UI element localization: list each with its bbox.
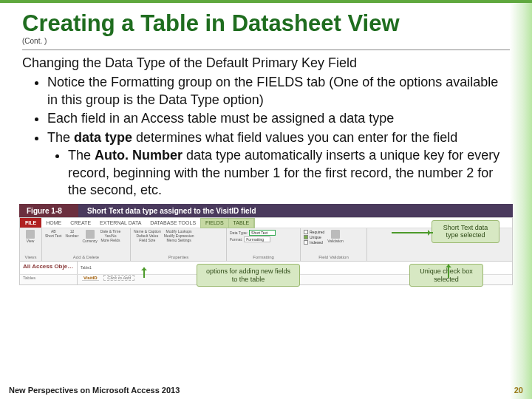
checkbox-icon bbox=[304, 230, 308, 234]
content-area: Changing the Data Type of the Default Pr… bbox=[0, 55, 532, 200]
callout-add-fields: options for adding new fields to the tab… bbox=[197, 264, 300, 287]
bullet-3: The data type determines what field valu… bbox=[47, 129, 510, 200]
short-text-label: Short Text bbox=[45, 234, 61, 238]
arrow-icon bbox=[392, 232, 433, 233]
nav-pane-title: All Access Obje… bbox=[20, 262, 78, 274]
add-delete-stack: Date & Time Yes/No More Fields bbox=[100, 230, 121, 242]
checkbox-checked-icon bbox=[304, 235, 308, 239]
click-to-add-column: Click to Add bbox=[103, 275, 134, 281]
group-properties: Name & Caption Default Value Field Size … bbox=[131, 228, 227, 261]
memo-settings-label: Memo Settings bbox=[164, 239, 194, 242]
formatting-group-label: Formatting bbox=[230, 255, 297, 259]
figure: Figure 1-8 Short Text data type assigned… bbox=[19, 204, 513, 285]
group-add-delete: ABShort Text 12Number Currency Date & Ti… bbox=[42, 228, 131, 261]
sub-bullet-1: The Auto. Number data type automatically… bbox=[68, 147, 510, 200]
unique-check: Unique bbox=[304, 235, 324, 239]
add-delete-group-label: Add & Delete bbox=[45, 255, 127, 259]
table-tools: FIELDS TABLE bbox=[200, 218, 255, 228]
short-text-button: ABShort Text bbox=[45, 230, 61, 238]
data-type-label: Data Type: bbox=[230, 231, 248, 235]
visitid-column: VisitID bbox=[82, 276, 99, 281]
number-button: 12Number bbox=[64, 230, 79, 238]
arrow-icon bbox=[143, 267, 145, 278]
tab-external: EXTERNAL DATA bbox=[95, 220, 146, 225]
section-subhead: Changing the Data Type of the Default Pr… bbox=[22, 55, 510, 72]
props-stack-2: Modify Lookups Modify Expression Memo Se… bbox=[164, 230, 194, 242]
figure-banner: Figure 1-8 Short Text data type assigned… bbox=[19, 204, 513, 217]
title-rule bbox=[22, 50, 510, 50]
tab-file: FILE bbox=[20, 218, 41, 228]
sub-bullet-list: The Auto. Number data type automatically… bbox=[47, 147, 510, 200]
tab-create: CREATE bbox=[66, 220, 95, 225]
figure-caption: Short Text data type assigned to the Vis… bbox=[78, 204, 513, 217]
props-stack-1: Name & Caption Default Value Field Size bbox=[134, 230, 161, 242]
tab-fields: FIELDS bbox=[201, 219, 229, 228]
table1-tab: Table1 bbox=[81, 266, 92, 270]
group-views: View Views bbox=[20, 228, 42, 261]
arrow-icon bbox=[448, 265, 449, 278]
validation-button: Validation bbox=[327, 230, 344, 243]
indexed-check: Indexed bbox=[304, 240, 324, 245]
checkbox-icon bbox=[304, 240, 308, 245]
callout-data-type: Short Text data type selected bbox=[432, 220, 499, 243]
page-number: 20 bbox=[514, 386, 523, 395]
format-dropdown: Formatting bbox=[244, 236, 270, 242]
unique-label: Unique bbox=[310, 235, 321, 239]
indexed-label: Indexed bbox=[310, 240, 323, 245]
views-group-label: Views bbox=[23, 255, 38, 259]
currency-button: Currency bbox=[82, 230, 97, 243]
bullet-2: Each field in an Access table must be as… bbox=[47, 110, 510, 128]
bullet-list: Notice the Formatting group on the FIELD… bbox=[22, 74, 510, 200]
number-label: Number bbox=[66, 234, 79, 238]
datasheet-icon bbox=[26, 230, 35, 239]
required-check: Required bbox=[304, 230, 324, 234]
formatting-stack: Data Type:Short Text Format:Formatting bbox=[230, 230, 276, 242]
b3-pre: The bbox=[47, 130, 74, 145]
b3a-pre: The bbox=[68, 148, 95, 163]
nav-tables-label: Tables bbox=[20, 275, 78, 284]
slide: Creating a Table in Datasheet View (Cont… bbox=[0, 0, 532, 399]
slide-footer: New Perspectives on Microsoft Access 201… bbox=[9, 386, 523, 395]
view-label: View bbox=[27, 239, 35, 243]
tab-home: HOME bbox=[41, 220, 66, 225]
morefields-label: More Fields bbox=[100, 239, 121, 242]
data-type-dropdown: Short Text bbox=[249, 230, 276, 236]
currency-label: Currency bbox=[82, 239, 97, 243]
properties-group-label: Properties bbox=[134, 255, 223, 259]
b3a-bold: Auto. Number bbox=[95, 148, 183, 163]
data-type-row: Data Type:Short Text bbox=[230, 230, 276, 236]
required-label: Required bbox=[310, 230, 324, 234]
figure-number: Figure 1-8 bbox=[19, 204, 78, 217]
b3-post: determines what field values you can ent… bbox=[132, 130, 457, 145]
tab-dbtools: DATABASE TOOLS bbox=[146, 220, 200, 225]
format-row: Format:Formatting bbox=[230, 236, 276, 242]
tab-table: TABLE bbox=[229, 219, 255, 228]
slide-title: Creating a Table in Datasheet View bbox=[0, 3, 532, 37]
currency-icon bbox=[86, 230, 95, 239]
bullet-1: Notice the Formatting group on the FIELD… bbox=[47, 74, 510, 109]
continuation-label: (Cont. ) bbox=[0, 37, 532, 47]
validation-stack: Required Unique Indexed bbox=[304, 230, 324, 245]
view-button: View bbox=[23, 230, 38, 243]
group-validation: Required Unique Indexed Validation Field… bbox=[301, 228, 367, 261]
b3-bold: data type bbox=[74, 130, 132, 145]
side-accent bbox=[510, 3, 532, 399]
validation-icon bbox=[331, 230, 340, 239]
format-label: Format: bbox=[230, 238, 242, 242]
field-size-label: Field Size bbox=[134, 239, 161, 242]
validation-group-label: Field Validation bbox=[304, 255, 364, 259]
validation-label: Validation bbox=[327, 239, 344, 243]
group-formatting: Data Type:Short Text Format:Formatting F… bbox=[227, 228, 301, 261]
footer-text: New Perspectives on Microsoft Access 201… bbox=[9, 386, 180, 395]
